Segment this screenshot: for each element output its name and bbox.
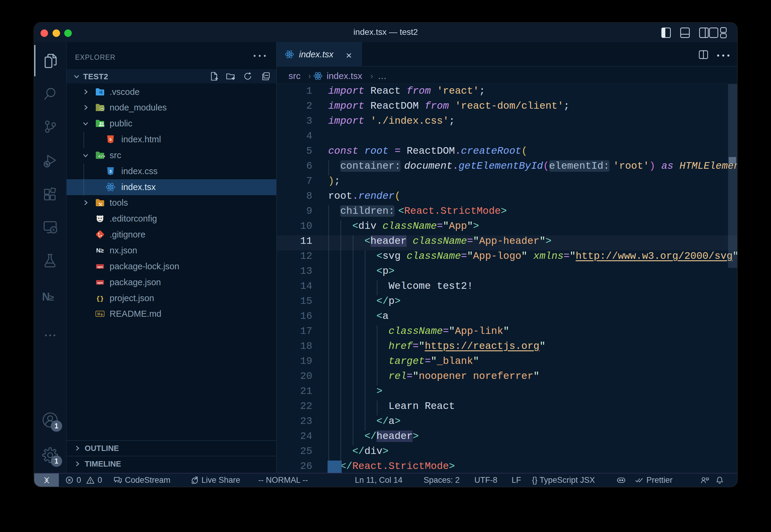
svg-text:</>: </> xyxy=(98,154,105,159)
svg-text:{}: {} xyxy=(96,295,104,302)
svg-text:JS: JS xyxy=(101,107,104,110)
svg-text:npm: npm xyxy=(97,281,103,284)
svg-text:N≥: N≥ xyxy=(96,247,104,254)
svg-text:M: M xyxy=(97,312,100,316)
svg-text:npm: npm xyxy=(97,265,103,268)
svg-text:5: 5 xyxy=(109,137,111,142)
svg-text:3: 3 xyxy=(109,169,111,174)
